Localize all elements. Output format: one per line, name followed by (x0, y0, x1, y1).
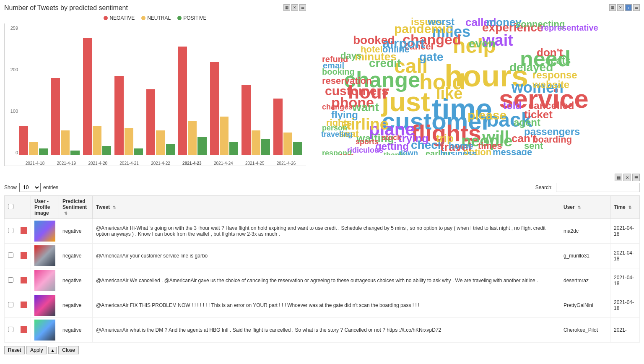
bar-negative[interactable] (210, 62, 219, 155)
profile-image (34, 245, 55, 266)
sentiment-color-box (21, 227, 27, 234)
word-cancelled: cancelled (528, 100, 574, 112)
bar-neutral[interactable] (29, 142, 38, 155)
bar-positive[interactable] (261, 139, 270, 155)
bar-neutral[interactable] (156, 130, 165, 155)
th-profile-label: User - Profile image (34, 198, 50, 216)
bar-negative[interactable] (242, 85, 250, 155)
th-tweet[interactable]: Tweet ⇅ (93, 196, 560, 219)
table-row: negative@AmericanAir We cancelled . @Ame… (5, 268, 640, 293)
table-row: negative@AmericanAir Hi-What 's going on… (5, 219, 640, 244)
reset-button[interactable]: Reset (4, 346, 25, 354)
select-all-checkbox[interactable] (8, 204, 13, 209)
x-axis: 2021-4-182021-4-192021-4-202021-4-212021… (19, 161, 302, 166)
bar-neutral[interactable] (283, 133, 292, 155)
bar-group-2021-4-25 (242, 85, 270, 155)
sentiment-color-box (21, 252, 27, 259)
data-table: User - Profile image Predicted Sentiment… (4, 195, 640, 343)
bar-group-2021-4-23 (178, 47, 207, 155)
sentiment-cell: negative (59, 244, 93, 268)
bar-neutral[interactable] (252, 130, 260, 155)
word-reservation: reservation (322, 75, 372, 86)
x-label-2021-4-19: 2021-4-19 (51, 161, 82, 166)
chart-controls: ▦ ✕ ☰ (283, 4, 306, 11)
word-traveling: traveling (321, 130, 353, 139)
sentiment-color-box (21, 277, 27, 283)
entries-label: entries (43, 185, 58, 190)
search-input[interactable] (556, 183, 640, 192)
table-section: ▦ ✕ ☰ Show 10 25 50 100 entries Search: (0, 170, 644, 358)
entries-select[interactable]: 10 25 50 100 (19, 183, 41, 192)
profile-image (34, 221, 55, 242)
table-grid-btn[interactable]: ▦ (615, 174, 622, 181)
x-label-2021-4-20: 2021-4-20 (82, 161, 114, 166)
legend-negative-dot (104, 16, 108, 20)
bar-negative[interactable] (114, 76, 123, 155)
bar-negative[interactable] (19, 126, 28, 155)
close-button[interactable]: Close (58, 346, 79, 354)
word-please: please (467, 108, 506, 122)
apply-button[interactable]: Apply (26, 346, 47, 354)
bar-positive[interactable] (102, 146, 111, 155)
th-profile[interactable]: User - Profile image (31, 196, 59, 219)
table-menu-btn[interactable]: ☰ (632, 174, 640, 181)
bar-neutral[interactable] (125, 128, 133, 155)
bar-neutral[interactable] (93, 126, 101, 155)
bar-positive[interactable] (197, 137, 206, 155)
bar-positive[interactable] (293, 142, 302, 155)
x-label-2021-4-26: 2021-4-26 (270, 161, 302, 166)
sentiment-cell: negative (59, 318, 93, 343)
row-checkbox-0[interactable] (8, 228, 13, 233)
table-row: negative@AmericanAir what is the DM ? An… (5, 318, 640, 343)
sort-icon-user: ⇅ (578, 205, 581, 210)
chart-menu-btn[interactable]: ☰ (299, 4, 306, 11)
bar-chart: 259 200 100 0 2021-4-182021-4-192021-4-2… (4, 23, 306, 166)
bar-positive[interactable] (134, 148, 143, 155)
table-row: negative@AmericanAir FIX THIS PROBLEM NO… (5, 293, 640, 318)
table-close-btn[interactable]: ✕ (623, 174, 631, 181)
user-cell: ma2dc (560, 219, 610, 244)
row-checkbox-1[interactable] (8, 252, 13, 258)
th-user[interactable]: User ⇅ (560, 196, 610, 219)
bar-group-2021-4-18 (19, 126, 48, 155)
legend-neutral: NEUTRAL (141, 15, 171, 21)
bar-negative[interactable] (178, 47, 187, 155)
bar-negative[interactable] (51, 78, 60, 155)
word-seats: seats (545, 55, 571, 66)
th-time[interactable]: Time ⇅ (610, 196, 640, 219)
word-told: told (503, 100, 522, 112)
wordcloud-area: ▦ ✕ i ☰ hoursservicetimejustneedhelpcust… (310, 4, 640, 166)
row-checkbox-2[interactable] (8, 277, 13, 283)
legend-positive-dot (177, 16, 182, 20)
table-footer: Reset Apply ▲ Close (4, 346, 640, 354)
up-button[interactable]: ▲ (48, 347, 57, 354)
profile-image (34, 270, 55, 291)
bar-group-2021-4-21 (114, 76, 143, 155)
th-sentiment[interactable]: Predicted Sentiment ⇅ (59, 196, 93, 219)
tweet-cell: @AmericanAir Hi-What 's going on with th… (93, 219, 560, 244)
th-user-label: User (564, 204, 575, 210)
user-cell: desertmraz (560, 268, 610, 293)
search-label: Search: (535, 185, 553, 190)
table-controls-top: Show 10 25 50 100 entries Search: (4, 183, 640, 192)
bar-positive[interactable] (166, 144, 175, 155)
bar-positive[interactable] (70, 151, 79, 155)
word-stuck: stuck (382, 133, 401, 142)
bar-negative[interactable] (273, 99, 282, 155)
sentiment-cell: negative (59, 268, 93, 293)
th-checkbox[interactable] (5, 196, 17, 219)
bar-positive[interactable] (229, 142, 238, 155)
time-cell: 2021-04-18 (610, 244, 640, 268)
row-checkbox-3[interactable] (8, 302, 13, 307)
row-checkbox-4[interactable] (8, 327, 13, 332)
chart-grid-btn[interactable]: ▦ (283, 4, 290, 11)
bar-neutral[interactable] (61, 130, 70, 155)
bar-neutral[interactable] (188, 121, 197, 155)
chart-close-btn[interactable]: ✕ (291, 4, 298, 11)
th-time-label: Time (614, 204, 626, 210)
bar-negative[interactable] (83, 38, 92, 155)
bar-neutral[interactable] (220, 117, 229, 155)
bar-negative[interactable] (146, 89, 155, 155)
time-cell: 2021-04-18 (610, 219, 640, 244)
bar-positive[interactable] (39, 148, 48, 155)
